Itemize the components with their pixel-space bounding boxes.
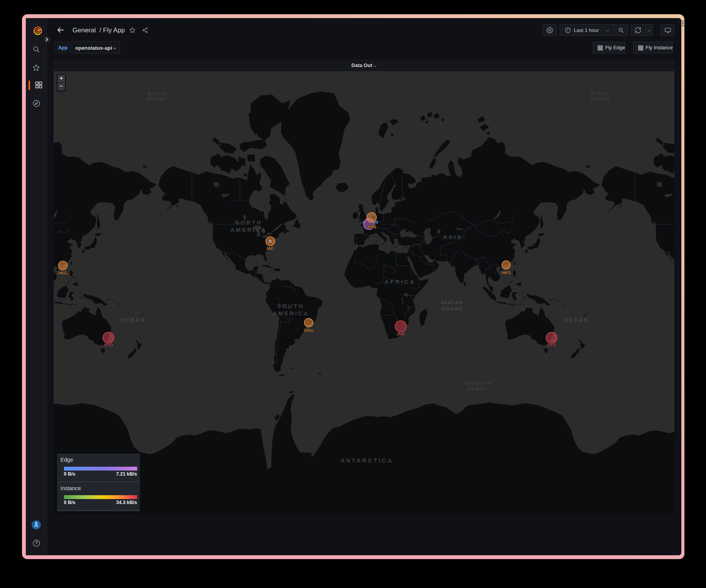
- svg-text:NORTH: NORTH: [235, 219, 262, 226]
- svg-text:ANTARCTICA: ANTARCTICA: [340, 457, 393, 464]
- svg-text:JNB: JNB: [397, 332, 405, 336]
- svg-text:Southern: Southern: [462, 380, 491, 386]
- svg-text:Ocean: Ocean: [441, 305, 463, 312]
- svg-text:OCEAN: OCEAN: [563, 317, 589, 323]
- svg-text:Arctic: Arctic: [147, 90, 167, 96]
- svg-text:?: ?: [35, 541, 37, 545]
- svg-text:HKG: HKG: [58, 271, 67, 275]
- svg-text:ASIA: ASIA: [443, 234, 463, 240]
- svg-text:SOUTH: SOUTH: [277, 303, 304, 309]
- svg-text:AMS: AMS: [367, 224, 377, 229]
- svg-text:IAD: IAD: [267, 246, 274, 251]
- svg-text:OCEAN: OCEAN: [120, 317, 146, 323]
- svg-text:SYD: SYD: [104, 343, 113, 347]
- svg-text:Indian: Indian: [441, 299, 463, 305]
- svg-text:HKG: HKG: [501, 270, 511, 275]
- svg-text:Arctic: Arctic: [590, 90, 610, 96]
- svg-text:AMERICA: AMERICA: [230, 226, 267, 233]
- svg-text:AFRICA: AFRICA: [385, 278, 416, 285]
- svg-text:GRU: GRU: [304, 328, 314, 333]
- svg-text:Ocean: Ocean: [147, 96, 167, 102]
- svg-text:Ocean: Ocean: [467, 386, 487, 392]
- svg-text:Ocean: Ocean: [590, 96, 610, 102]
- svg-text:AMERICA: AMERICA: [273, 310, 309, 317]
- svg-text:SYD: SYD: [547, 343, 556, 347]
